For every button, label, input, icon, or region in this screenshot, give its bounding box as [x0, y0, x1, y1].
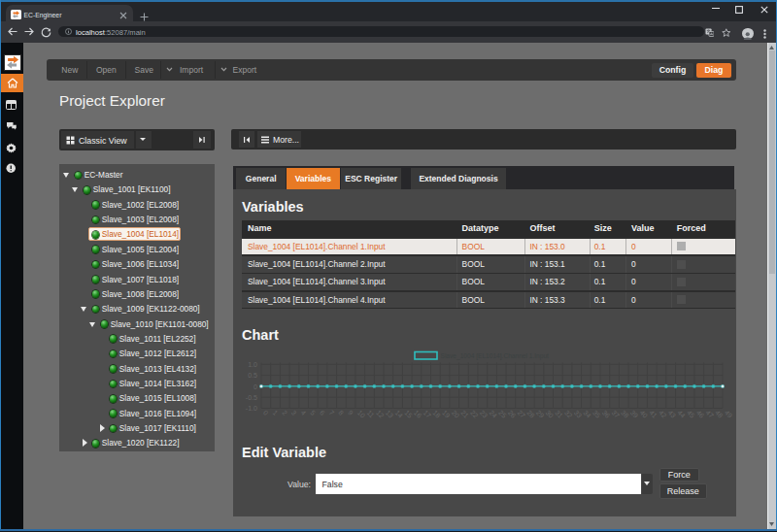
svg-text:45: 45	[685, 409, 695, 419]
svg-text:34: 34	[582, 409, 592, 419]
svg-text:28: 28	[525, 409, 536, 419]
svg-text:42: 42	[657, 409, 667, 419]
svg-text:23: 23	[478, 409, 489, 419]
svg-text:1: 1	[271, 409, 279, 416]
svg-text:44: 44	[676, 409, 687, 419]
svg-text:37: 37	[610, 409, 621, 419]
svg-text:27: 27	[516, 409, 526, 419]
svg-text:1.0: 1.0	[248, 361, 257, 369]
svg-text:11: 11	[365, 409, 376, 419]
svg-text:21: 21	[459, 409, 470, 419]
svg-text:0: 0	[253, 383, 257, 391]
svg-text:-1.0: -1.0	[246, 405, 257, 413]
svg-text:41: 41	[648, 409, 659, 419]
svg-text:40: 40	[638, 409, 649, 419]
svg-text:26: 26	[506, 409, 517, 419]
svg-text:48: 48	[713, 409, 724, 419]
svg-text:43: 43	[666, 409, 677, 419]
svg-text:12: 12	[374, 409, 385, 419]
svg-text:10: 10	[355, 409, 366, 419]
svg-text:38: 38	[619, 409, 629, 419]
svg-text:14: 14	[393, 409, 404, 419]
svg-text:-0.5: -0.5	[246, 394, 257, 402]
svg-text:6: 6	[318, 409, 325, 416]
svg-text:29: 29	[534, 409, 545, 419]
svg-text:30: 30	[544, 409, 555, 419]
svg-text:39: 39	[628, 409, 639, 419]
svg-text:22: 22	[468, 409, 479, 419]
svg-text:15: 15	[402, 409, 413, 419]
svg-text:19: 19	[440, 409, 451, 419]
svg-text:7: 7	[327, 409, 335, 416]
svg-text:24: 24	[488, 409, 498, 419]
svg-text:20: 20	[450, 409, 460, 419]
svg-text:9: 9	[346, 409, 354, 416]
svg-text:2: 2	[280, 409, 287, 416]
svg-text:47: 47	[704, 409, 715, 419]
svg-text:25: 25	[496, 409, 507, 419]
svg-text:18: 18	[431, 409, 442, 419]
svg-text:5: 5	[309, 409, 317, 416]
svg-text:0.5: 0.5	[248, 372, 257, 380]
svg-text:46: 46	[694, 409, 705, 419]
svg-text:3: 3	[289, 409, 297, 416]
svg-text:Slave_1004 [EL1014].Channel 1.: Slave_1004 [EL1014].Channel 1.Input	[441, 352, 550, 360]
svg-text:13: 13	[384, 409, 394, 419]
svg-text:49: 49	[723, 409, 733, 419]
svg-text:8: 8	[337, 409, 345, 416]
svg-text:0: 0	[261, 409, 269, 416]
svg-text:4: 4	[299, 409, 307, 416]
svg-text:36: 36	[600, 409, 611, 419]
svg-text:35: 35	[591, 409, 601, 419]
svg-text:32: 32	[562, 409, 573, 419]
svg-text:33: 33	[572, 409, 583, 419]
svg-text:17: 17	[422, 409, 432, 419]
svg-text:16: 16	[412, 409, 422, 419]
svg-text:31: 31	[554, 409, 564, 419]
